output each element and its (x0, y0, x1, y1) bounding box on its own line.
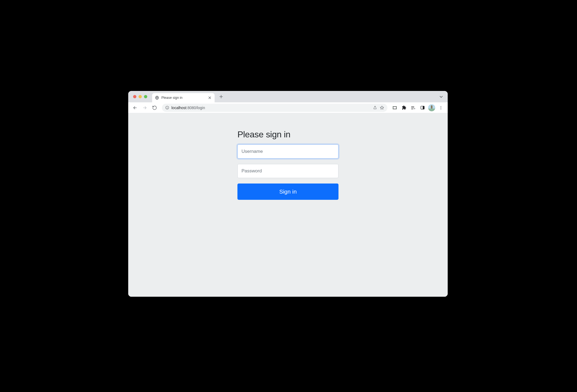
tab-search-button[interactable] (438, 94, 444, 99)
signin-button[interactable]: Sign in (237, 184, 338, 200)
svg-point-7 (441, 109, 441, 109)
browser-window: Please sign in (128, 91, 448, 297)
username-input[interactable] (237, 144, 338, 159)
globe-icon (155, 96, 159, 100)
svg-point-5 (441, 106, 441, 107)
tab-title: Please sign in (161, 96, 205, 100)
tab-close-button[interactable] (208, 96, 212, 100)
profile-avatar[interactable] (428, 104, 436, 112)
bookmark-icon[interactable] (380, 106, 384, 110)
page-viewport: Please sign in Sign in (128, 113, 448, 297)
address-bar[interactable]: localhost:8080/login (162, 104, 387, 112)
browser-tab[interactable]: Please sign in (152, 93, 215, 102)
menu-button[interactable] (437, 104, 445, 112)
tab-bar: Please sign in (128, 91, 448, 102)
password-input[interactable] (237, 164, 338, 178)
forward-button[interactable] (141, 104, 149, 112)
share-icon[interactable] (373, 106, 377, 110)
svg-point-6 (441, 107, 441, 108)
browser-toolbar: localhost:8080/login (128, 102, 448, 113)
url-text: localhost:8080/login (171, 106, 371, 110)
login-form: Please sign in Sign in (237, 129, 338, 200)
side-panel-icon[interactable] (418, 104, 427, 112)
window-minimize-button[interactable] (139, 95, 142, 98)
url-host: localhost (171, 106, 186, 110)
avatar-image (428, 104, 435, 111)
svg-rect-2 (393, 106, 396, 109)
url-path: :8080/login (186, 106, 205, 110)
extension-playlist-icon[interactable] (409, 104, 417, 112)
back-button[interactable] (131, 104, 139, 112)
window-close-button[interactable] (133, 95, 136, 98)
site-info-icon[interactable] (165, 106, 169, 110)
reload-button[interactable] (150, 104, 159, 112)
extension-devtools-icon[interactable] (391, 104, 399, 112)
window-zoom-button[interactable] (144, 95, 147, 98)
extensions-icon[interactable] (400, 104, 408, 112)
svg-rect-4 (423, 106, 424, 109)
new-tab-button[interactable] (217, 93, 225, 100)
window-controls (133, 95, 147, 98)
login-heading: Please sign in (237, 129, 338, 140)
chevron-down-icon (438, 94, 444, 99)
